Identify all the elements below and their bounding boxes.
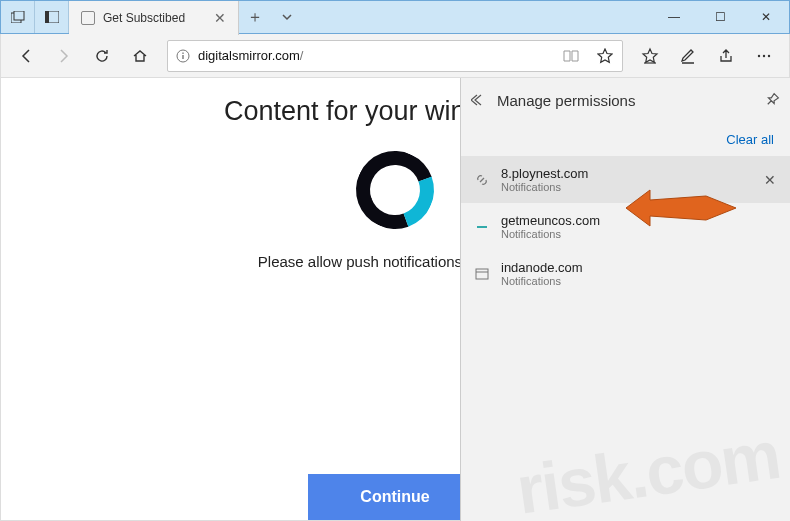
url-text: digitalsmirror.com/ xyxy=(198,48,554,63)
panel-clear-row: Clear all xyxy=(461,122,790,156)
more-button[interactable] xyxy=(745,37,783,75)
permission-subtext: Notifications xyxy=(501,228,600,240)
home-button[interactable] xyxy=(121,37,159,75)
svg-rect-6 xyxy=(182,52,183,53)
svg-rect-1 xyxy=(14,11,24,20)
browser-toolbar: digitalsmirror.com/ xyxy=(0,34,790,78)
permission-remove-icon[interactable]: ✕ xyxy=(764,172,776,188)
panel-pin-icon[interactable] xyxy=(764,92,780,108)
permission-domain: indanode.com xyxy=(501,260,583,275)
window-controls: — ☐ ✕ xyxy=(651,1,789,33)
permissions-panel: Manage permissions Clear all 8.ploynest.… xyxy=(460,78,790,521)
tab-favicon-icon xyxy=(81,11,95,25)
permission-site-icon xyxy=(473,265,491,283)
svg-point-10 xyxy=(768,54,770,56)
site-info-icon[interactable] xyxy=(168,49,198,63)
permission-site-icon xyxy=(473,218,491,236)
panel-back-icon[interactable] xyxy=(471,93,487,107)
tab-title: Get Subsctibed xyxy=(103,11,206,25)
permission-subtext: Notifications xyxy=(501,275,583,287)
permission-domain: 8.ploynest.com xyxy=(501,166,588,181)
minimize-button[interactable]: — xyxy=(651,1,697,33)
favorites-button[interactable] xyxy=(631,37,669,75)
svg-rect-5 xyxy=(182,55,183,59)
browser-tab[interactable]: Get Subsctibed ✕ xyxy=(69,1,239,35)
panel-header: Manage permissions xyxy=(461,78,790,122)
notes-button[interactable] xyxy=(669,37,707,75)
set-aside-tabs-icon[interactable] xyxy=(35,1,69,33)
window-close-button[interactable]: ✕ xyxy=(743,1,789,33)
svg-point-9 xyxy=(763,54,765,56)
permission-subtext: Notifications xyxy=(501,181,588,193)
svg-rect-3 xyxy=(45,11,49,23)
new-tab-button[interactable]: ＋ xyxy=(239,1,271,33)
svg-rect-12 xyxy=(476,269,488,279)
clear-all-link[interactable]: Clear all xyxy=(726,132,774,147)
refresh-button[interactable] xyxy=(83,37,121,75)
annotation-arrow-icon xyxy=(626,180,736,236)
panel-title: Manage permissions xyxy=(497,92,754,109)
share-button[interactable] xyxy=(707,37,745,75)
svg-marker-14 xyxy=(626,190,736,226)
reading-view-icon[interactable] xyxy=(554,48,588,64)
permission-domain: getmeuncos.com xyxy=(501,213,600,228)
favorite-star-icon[interactable] xyxy=(588,48,622,64)
svg-point-8 xyxy=(758,54,760,56)
toolbar-right xyxy=(631,37,783,75)
loading-spinner-icon xyxy=(343,138,447,242)
tabs-overview-icon[interactable] xyxy=(1,1,35,33)
window-titlebar: Get Subsctibed ✕ ＋ — ☐ ✕ xyxy=(0,0,790,34)
permission-item[interactable]: indanode.comNotifications xyxy=(461,250,790,297)
maximize-button[interactable]: ☐ xyxy=(697,1,743,33)
tab-dropdown-icon[interactable] xyxy=(271,1,303,33)
permission-site-icon xyxy=(473,171,491,189)
tab-close-icon[interactable]: ✕ xyxy=(214,10,226,26)
tab-strip: Get Subsctibed ✕ ＋ xyxy=(69,1,651,33)
forward-button[interactable] xyxy=(45,37,83,75)
titlebar-left-icons xyxy=(1,1,69,33)
address-bar[interactable]: digitalsmirror.com/ xyxy=(167,40,623,72)
continue-button[interactable]: Continue xyxy=(308,474,482,520)
back-button[interactable] xyxy=(7,37,45,75)
